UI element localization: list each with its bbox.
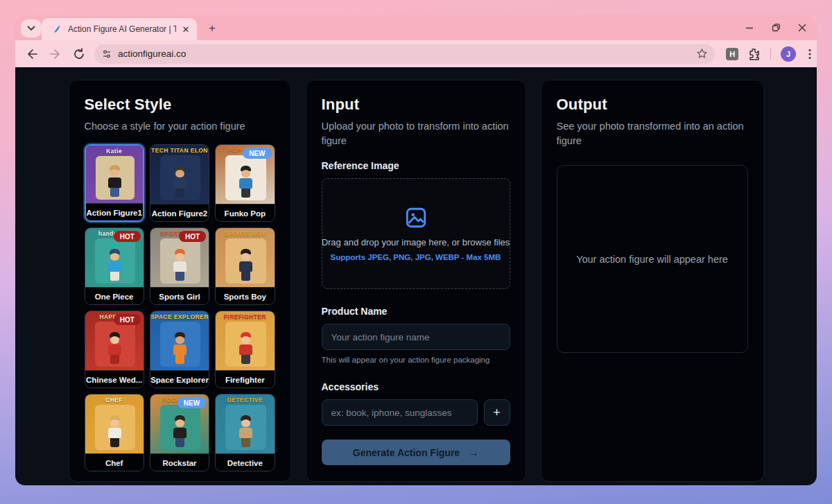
restore-button[interactable] bbox=[771, 23, 781, 33]
columns: Select Style Choose a style for your act… bbox=[69, 80, 764, 485]
minimize-button[interactable] bbox=[745, 23, 754, 33]
style-card-label: Sports Girl bbox=[150, 287, 209, 305]
dropzone-text: Drag and drop your image here, or browse… bbox=[322, 237, 510, 247]
style-card-label: Funko Pop bbox=[216, 204, 274, 222]
style-badge: NEW bbox=[177, 397, 206, 408]
extensions-puzzle-icon[interactable] bbox=[747, 47, 761, 61]
tab-strip: Action Figure AI Generator | Tu ✕ + bbox=[15, 15, 817, 40]
product-name-input[interactable] bbox=[322, 324, 510, 350]
style-art-blister bbox=[95, 405, 135, 450]
new-tab-button[interactable]: + bbox=[205, 21, 219, 35]
style-card[interactable]: SPORTS BOY Sports Boy bbox=[215, 227, 275, 305]
style-card[interactable]: NEW POP·NAME Funko Pop bbox=[215, 144, 275, 222]
style-art-blister bbox=[225, 238, 266, 284]
output-preview-box: Your action figure will appear here bbox=[557, 165, 748, 353]
style-card[interactable]: NEW ROCKSTAR Rockstar bbox=[150, 394, 209, 471]
style-art-title: Katie bbox=[86, 148, 143, 155]
generate-button[interactable]: Generate Action Figure → bbox=[322, 440, 510, 465]
style-art-title: FIREFIGHTER bbox=[216, 313, 274, 320]
style-badge: HOT bbox=[114, 314, 141, 325]
action-figure-illustration bbox=[173, 166, 188, 198]
add-accessory-button[interactable]: + bbox=[484, 399, 510, 426]
action-figure-illustration bbox=[238, 166, 253, 198]
style-badge: NEW bbox=[243, 148, 271, 159]
style-art-blister bbox=[225, 155, 266, 200]
window-controls bbox=[745, 15, 807, 40]
page-content: Select Style Choose a style for your act… bbox=[15, 67, 817, 485]
style-card-art: SPORTS BOY bbox=[216, 228, 274, 287]
style-art-title: SPACE EXPLORER bbox=[150, 313, 209, 320]
tab-search-button[interactable] bbox=[21, 19, 42, 37]
output-panel: Output See your photo transformed into a… bbox=[541, 80, 764, 482]
site-settings-icon[interactable] bbox=[101, 49, 112, 60]
style-card-art: TECH TITAN ELON bbox=[150, 145, 209, 204]
style-card[interactable]: HOT HAPPY W Chinese Wed... bbox=[85, 311, 144, 388]
action-figure-illustration bbox=[107, 249, 123, 281]
style-card-art: SPACE EXPLORER bbox=[150, 311, 209, 370]
style-art-blister bbox=[225, 322, 266, 367]
image-icon bbox=[404, 206, 428, 229]
style-card[interactable]: FIREFIGHTER Firefighter bbox=[215, 311, 275, 388]
accessories-input[interactable] bbox=[322, 399, 478, 426]
style-card-label: Space Explorer bbox=[150, 370, 209, 388]
browser-window: Action Figure AI Generator | Tu ✕ + acti… bbox=[0, 0, 832, 504]
action-figure-illustration bbox=[173, 249, 188, 281]
style-card[interactable]: HOT handsome One Piece bbox=[85, 227, 144, 305]
style-card-label: Rockstar bbox=[150, 453, 209, 471]
style-card-label: Sports Boy bbox=[216, 287, 274, 305]
bookmark-star-icon[interactable] bbox=[696, 48, 708, 60]
style-art-title: DETECTIVE bbox=[216, 397, 274, 403]
tab-close-icon[interactable]: ✕ bbox=[180, 24, 191, 35]
style-grid: Katie Action Figure1 TECH TITAN ELON Act… bbox=[85, 144, 275, 471]
address-bar[interactable]: actionfigureai.co bbox=[94, 44, 715, 64]
input-title: Input bbox=[322, 96, 510, 114]
style-card[interactable]: Katie Action Figure1 bbox=[85, 144, 144, 222]
reload-icon[interactable] bbox=[72, 47, 86, 61]
dropzone-hint: Supports JPEG, PNG, JPG, WEBP - Max 5MB bbox=[331, 253, 501, 261]
style-card-art: DETECTIVE bbox=[216, 394, 274, 453]
style-badge: HOT bbox=[179, 231, 206, 242]
action-figure-illustration bbox=[238, 415, 253, 447]
style-art-title: CHEF bbox=[85, 397, 144, 403]
style-art-blister bbox=[160, 322, 200, 367]
profile-avatar[interactable]: J bbox=[781, 46, 796, 62]
back-icon[interactable] bbox=[25, 47, 39, 61]
style-card-art: CHEF bbox=[85, 394, 144, 453]
generate-button-label: Generate Action Figure bbox=[353, 447, 460, 458]
style-card[interactable]: DETECTIVE Detective bbox=[215, 394, 275, 471]
accessories-label: Accessories bbox=[322, 381, 510, 392]
chevron-down-icon bbox=[27, 26, 35, 31]
input-subtitle: Upload your photo to transform into acti… bbox=[322, 119, 510, 148]
action-figure-illustration bbox=[173, 332, 188, 364]
style-art-blister bbox=[95, 238, 135, 284]
style-card[interactable]: CHEF Chef bbox=[85, 394, 144, 471]
action-figure-illustration bbox=[107, 165, 123, 197]
action-figure-illustration bbox=[238, 249, 253, 281]
kebab-menu-icon[interactable] bbox=[803, 47, 817, 61]
style-art-title: SPORTS BOY bbox=[216, 230, 274, 237]
output-subtitle: See your photo transformed into an actio… bbox=[557, 119, 748, 148]
forward-icon[interactable] bbox=[49, 47, 62, 61]
browser-tab[interactable]: Action Figure AI Generator | Tu ✕ bbox=[42, 18, 197, 40]
style-card[interactable]: HOT SPORTS KID Sports Girl bbox=[150, 227, 209, 305]
style-art-blister bbox=[95, 322, 135, 367]
select-style-subtitle: Choose a style for your action figure bbox=[85, 119, 275, 134]
style-art-title: TECH TITAN ELON bbox=[150, 147, 209, 154]
style-art-blister bbox=[160, 155, 200, 200]
style-card-label: Action Figure1 bbox=[86, 203, 143, 221]
product-name-label: Product Name bbox=[322, 306, 510, 317]
close-button[interactable] bbox=[797, 23, 807, 33]
style-card[interactable]: SPACE EXPLORER Space Explorer bbox=[150, 311, 209, 388]
action-figure-illustration bbox=[238, 332, 253, 364]
style-card[interactable]: TECH TITAN ELON Action Figure2 bbox=[150, 144, 209, 222]
style-badge: HOT bbox=[114, 231, 141, 242]
reference-image-label: Reference Image bbox=[322, 160, 510, 171]
url-text[interactable]: actionfigureai.co bbox=[118, 49, 696, 59]
style-card-label: Chinese Wed... bbox=[85, 370, 144, 388]
style-card-label: Firefighter bbox=[216, 370, 274, 388]
image-dropzone[interactable]: Drag and drop your image here, or browse… bbox=[322, 178, 510, 289]
tab-favicon-icon bbox=[51, 24, 62, 35]
toolbar-divider bbox=[770, 49, 771, 60]
h-extension-icon[interactable]: H bbox=[726, 48, 738, 60]
action-figure-illustration bbox=[173, 415, 188, 447]
